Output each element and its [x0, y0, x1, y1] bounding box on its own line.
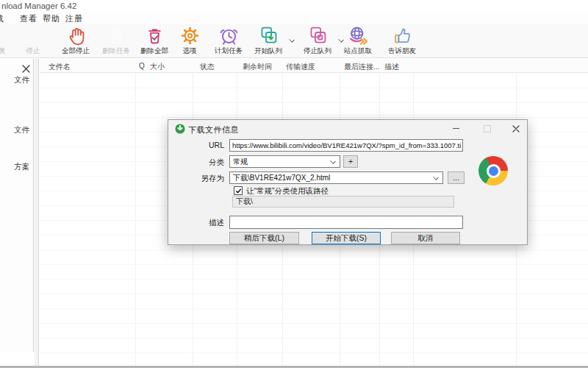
- toolbar-button-delete-task: 删除任务: [96, 25, 136, 57]
- titlebar: nload Manager 6.42: [0, 0, 588, 13]
- idm-logo-icon: [175, 124, 185, 134]
- chrome-logo: [478, 156, 508, 185]
- toolbar-button-tell-friends[interactable]: 告诉朋友: [382, 25, 422, 57]
- toolbar-button-label: 站点抓取: [338, 46, 378, 56]
- toolbar-button-label: 开始队列: [248, 46, 288, 56]
- menu-item-1[interactable]: 帮助: [43, 13, 60, 24]
- queue-start-icon: [258, 25, 279, 46]
- menubar: 载 查看帮助注册: [0, 13, 588, 24]
- save-as-input[interactable]: 下载\BV1RE421w7QX_2.html: [229, 171, 443, 184]
- start-download-button[interactable]: 开始下载(S): [312, 232, 381, 244]
- toolbar-button-delete-all[interactable]: 删除全部: [135, 25, 174, 57]
- chrome-logo-center: [489, 166, 498, 176]
- sidebar-splitter[interactable]: [35, 59, 39, 366]
- dialog-titlebar[interactable]: 下载文件信息: [168, 120, 527, 138]
- maximize-button[interactable]: [478, 121, 496, 135]
- use-path-checkbox-label: 让“常规”分类使用该路径: [246, 186, 329, 197]
- browse-button[interactable]: ...: [448, 171, 465, 184]
- menu-item-0[interactable]: 查看: [20, 13, 37, 24]
- toolbar-button-label: 计划任务: [209, 46, 248, 56]
- download-file-info-dialog: 下载文件信息 URL https://www.bilibili.com/vide…: [168, 119, 528, 245]
- thumbs-up-icon: [392, 25, 413, 46]
- minimize-button[interactable]: [447, 121, 465, 135]
- download-list-header: 文件名Q大小状态剩余时间传输速度最后连接...描述: [40, 59, 588, 73]
- trash-pause-icon: [106, 25, 127, 46]
- globe-grab-icon: [348, 25, 369, 46]
- url-label: URL: [168, 141, 224, 149]
- toolbar-button-stop-all[interactable]: 全部停止: [56, 25, 96, 57]
- add-category-button[interactable]: +: [343, 155, 358, 168]
- toolbar-button-scheduler[interactable]: 计划任务: [209, 25, 248, 57]
- column-header-3[interactable]: 状态: [200, 62, 215, 72]
- toolbar-button-label: 删除任务: [96, 46, 136, 56]
- column-separator: [135, 74, 136, 366]
- toolbar-button-label: 停止: [13, 46, 53, 56]
- stop-icon: [23, 25, 44, 46]
- toolbar-button-label: 全部停止: [56, 46, 96, 56]
- category-path-readonly: 下载\: [232, 196, 454, 208]
- use-path-checkbox[interactable]: [234, 186, 243, 195]
- sidebar-item-0[interactable]: 文件: [14, 75, 29, 85]
- url-input[interactable]: https://www.bilibili.com/video/BV1RE421w…: [229, 139, 463, 152]
- close-icon[interactable]: [507, 121, 525, 135]
- category-sidebar: 文件文件方案: [0, 59, 34, 352]
- category-label: 分类: [168, 158, 224, 168]
- column-header-1[interactable]: Q: [139, 62, 145, 70]
- alarm-clock-icon: [218, 25, 240, 46]
- toolbar-button-label: 选项: [170, 46, 209, 56]
- description-input[interactable]: [229, 216, 463, 229]
- sidebar-close-icon[interactable]: [22, 63, 31, 71]
- column-header-5[interactable]: 传输速度: [286, 62, 315, 72]
- toolbar: 复停止全部停止删除任务删除全部选项计划任务开始队列停止队列站点抓取告诉朋友: [0, 24, 588, 58]
- category-select[interactable]: 常规: [229, 155, 340, 168]
- toolbar-button-site-grabber[interactable]: 站点抓取: [338, 25, 378, 57]
- gear-icon: [179, 25, 201, 46]
- toolbar-button-label: 停止队列: [298, 46, 337, 56]
- dialog-title: 下载文件信息: [188, 124, 239, 135]
- download-later-button[interactable]: 稍后下载(L): [229, 232, 299, 244]
- toolbar-button-stop-queue[interactable]: 停止队列: [298, 25, 337, 57]
- column-header-0[interactable]: 文件名: [49, 62, 71, 72]
- resume-icon: [0, 25, 13, 46]
- toolbar-button-start-queue[interactable]: 开始队列: [248, 25, 288, 57]
- hand-stop-icon: [65, 25, 87, 46]
- column-header-2[interactable]: 大小: [150, 62, 165, 72]
- sidebar-item-1[interactable]: 文件: [14, 125, 29, 135]
- toolbar-button-label: 删除全部: [135, 46, 174, 56]
- queue-stop-icon: [307, 25, 329, 46]
- toolbar-button-stop: 停止: [13, 25, 53, 57]
- column-header-6[interactable]: 最后连接...: [344, 62, 379, 72]
- menu-item-clipped[interactable]: 载: [0, 13, 6, 24]
- toolbar-button-options[interactable]: 选项: [170, 25, 209, 57]
- idm-main-window: nload Manager 6.42 载 查看帮助注册 复停止全部停止删除任务删…: [0, 0, 588, 368]
- trash-check-icon: [144, 25, 165, 46]
- description-label: 描述: [168, 218, 224, 228]
- column-header-4[interactable]: 剩余时间: [243, 62, 272, 72]
- column-header-7[interactable]: 描述: [384, 62, 399, 72]
- cancel-button[interactable]: 取消: [391, 232, 460, 244]
- chevron-down-icon[interactable]: [289, 37, 295, 43]
- save-as-label: 另存为: [168, 174, 224, 184]
- window-title: nload Manager 6.42: [1, 1, 76, 10]
- sidebar-item-2[interactable]: 方案: [14, 162, 29, 172]
- toolbar-button-label: 告诉朋友: [382, 46, 422, 56]
- menu-item-2[interactable]: 注册: [65, 13, 83, 24]
- menu-items: 查看帮助注册: [20, 13, 88, 24]
